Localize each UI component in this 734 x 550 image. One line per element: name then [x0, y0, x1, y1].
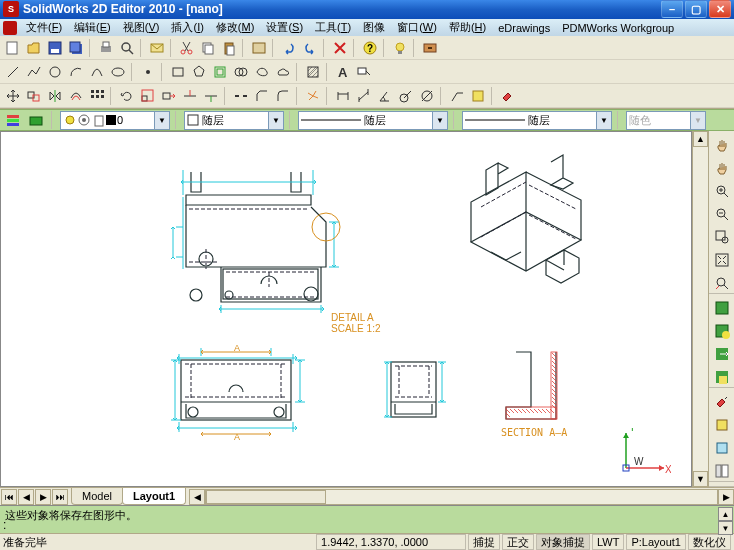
- zoom-in-button[interactable]: [712, 181, 732, 201]
- point-tool[interactable]: [138, 62, 158, 82]
- pan-realtime-button[interactable]: [712, 135, 732, 155]
- color-combo[interactable]: 随层 ▼: [184, 111, 284, 130]
- polyline-tool[interactable]: [24, 62, 44, 82]
- layer-combo[interactable]: 0 ▼: [60, 111, 170, 130]
- maximize-button[interactable]: ▢: [685, 0, 707, 18]
- lineweight-combo[interactable]: 随层 ▼: [462, 111, 612, 130]
- open-button[interactable]: [24, 38, 44, 58]
- stretch-tool[interactable]: [159, 86, 179, 106]
- explode-tool[interactable]: [303, 86, 323, 106]
- hscroll-left-icon[interactable]: ◀: [189, 489, 205, 505]
- plotstyle-dropdown-icon[interactable]: ▼: [690, 112, 705, 129]
- menu-edrawings[interactable]: eDrawings: [492, 21, 556, 35]
- menu-pdm[interactable]: PDMWorks Workgroup: [556, 21, 680, 35]
- scale-tool[interactable]: [138, 86, 158, 106]
- curve-tool[interactable]: [87, 62, 107, 82]
- dim-dia-tool[interactable]: [417, 86, 437, 106]
- menu-modify[interactable]: 修改(M): [210, 19, 261, 36]
- print-button[interactable]: [96, 38, 116, 58]
- refedit-button[interactable]: [712, 298, 732, 318]
- poly-tool[interactable]: [189, 62, 209, 82]
- status-lwt[interactable]: LWT: [592, 534, 624, 550]
- dim-aligned-tool[interactable]: [354, 86, 374, 106]
- menu-view[interactable]: 视图(V): [117, 19, 166, 36]
- layer-manager-button[interactable]: [26, 110, 46, 130]
- drawer-button[interactable]: [420, 38, 440, 58]
- block-insert-button[interactable]: [712, 321, 732, 341]
- menu-help[interactable]: 帮助(H): [443, 19, 492, 36]
- dimension-style-button[interactable]: [712, 438, 732, 458]
- delete-button[interactable]: [330, 38, 350, 58]
- help-button[interactable]: ?: [360, 38, 380, 58]
- status-digitizer[interactable]: 数化仪: [688, 534, 731, 550]
- tab-next-button[interactable]: ▶: [35, 489, 51, 505]
- menu-edit[interactable]: 编辑(E): [68, 19, 117, 36]
- vertical-scrollbar[interactable]: ▲ ▼: [692, 131, 708, 487]
- status-ortho[interactable]: 正交: [502, 534, 534, 550]
- paint-tool[interactable]: [498, 86, 518, 106]
- status-layout[interactable]: P:Layout1: [626, 534, 686, 550]
- menu-tools[interactable]: 工具(T): [309, 19, 357, 36]
- hscroll-right-icon[interactable]: ▶: [718, 489, 734, 505]
- cmd-scroll-down-icon[interactable]: ▼: [718, 521, 733, 535]
- linetype-combo[interactable]: 随层 ▼: [298, 111, 448, 130]
- layer-props-button[interactable]: [3, 110, 23, 130]
- saveall-button[interactable]: [66, 38, 86, 58]
- chamfer-tool[interactable]: [252, 86, 272, 106]
- array-tool[interactable]: [87, 86, 107, 106]
- circle-tool[interactable]: [45, 62, 65, 82]
- rect-tool[interactable]: [168, 62, 188, 82]
- paint-format-button[interactable]: [712, 392, 732, 412]
- zoom-window-button[interactable]: [712, 227, 732, 247]
- tab-model[interactable]: Model: [71, 488, 123, 505]
- scroll-up-icon[interactable]: ▲: [693, 131, 708, 147]
- status-snap[interactable]: 捕捉: [468, 534, 500, 550]
- cut-button[interactable]: [177, 38, 197, 58]
- dim-radius-tool[interactable]: [396, 86, 416, 106]
- email-button[interactable]: [147, 38, 167, 58]
- drawing-canvas[interactable]: DETAIL ASCALE 1:2 A: [0, 131, 692, 487]
- mirror-tool[interactable]: [45, 86, 65, 106]
- save-button[interactable]: [45, 38, 65, 58]
- arc-tool[interactable]: [66, 62, 86, 82]
- menu-window[interactable]: 窗口(W): [391, 19, 443, 36]
- cmd-scroll-up-icon[interactable]: ▲: [718, 507, 733, 521]
- tab-first-button[interactable]: ⏮: [1, 489, 17, 505]
- horizontal-scrollbar[interactable]: ◀ ▶: [189, 489, 734, 505]
- zoom-out-button[interactable]: [712, 204, 732, 224]
- tab-layout1[interactable]: Layout1: [122, 488, 186, 505]
- lineweight-dropdown-icon[interactable]: ▼: [596, 112, 611, 129]
- new-button[interactable]: [3, 38, 23, 58]
- copy-tool[interactable]: [24, 86, 44, 106]
- menu-file[interactable]: 文件(F): [20, 19, 68, 36]
- move-tool[interactable]: [3, 86, 23, 106]
- menu-insert[interactable]: 插入(I): [165, 19, 209, 36]
- break-tool[interactable]: [231, 86, 251, 106]
- paste-button[interactable]: [219, 38, 239, 58]
- close-button[interactable]: ✕: [709, 0, 731, 18]
- menubar-app-icon[interactable]: [3, 21, 17, 35]
- zoom-extents-button[interactable]: [712, 250, 732, 270]
- annotation-tool[interactable]: [354, 62, 374, 82]
- tab-last-button[interactable]: ⏭: [52, 489, 68, 505]
- hatch-tool[interactable]: [303, 62, 323, 82]
- entity-info-button[interactable]: [712, 415, 732, 435]
- props-button[interactable]: [249, 38, 269, 58]
- command-prompt[interactable]: :: [3, 518, 6, 532]
- properties-palette-button[interactable]: [712, 461, 732, 481]
- text-tool[interactable]: A: [333, 62, 353, 82]
- dim-linear-tool[interactable]: [333, 86, 353, 106]
- fillet-tool[interactable]: [273, 86, 293, 106]
- ellipse-tool[interactable]: [108, 62, 128, 82]
- menu-settings[interactable]: 设置(S): [260, 19, 309, 36]
- cloud-tool[interactable]: [273, 62, 293, 82]
- scroll-down-icon[interactable]: ▼: [693, 471, 708, 487]
- line-tool[interactable]: [3, 62, 23, 82]
- lightbulb-button[interactable]: [390, 38, 410, 58]
- tab-prev-button[interactable]: ◀: [18, 489, 34, 505]
- dim-angular-tool[interactable]: [375, 86, 395, 106]
- pan-button[interactable]: [712, 158, 732, 178]
- trim-tool[interactable]: [180, 86, 200, 106]
- boundary-tool[interactable]: [210, 62, 230, 82]
- status-osnap[interactable]: 对象捕捉: [536, 534, 590, 550]
